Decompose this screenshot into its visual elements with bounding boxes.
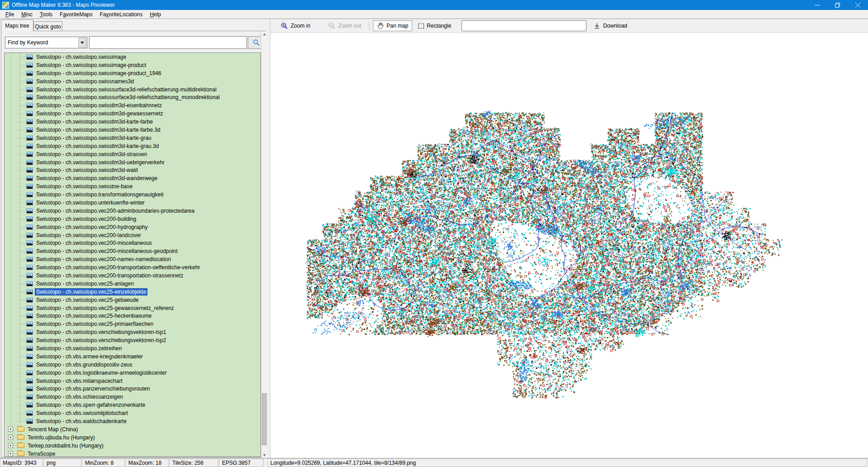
minimize-button[interactable] [807,0,827,10]
tree-folder[interactable]: TerraScope [5,450,260,457]
tree-item-label[interactable]: Swisstopo - ch.vbs.sperr-gefahrenzonenka… [35,401,146,409]
tree-item[interactable]: Swisstopo - ch.swisstopo.vec200-transpor… [5,272,260,280]
tree-item[interactable]: Swisstopo - ch.swisstopo.vec25-primaerfl… [5,320,260,328]
dropdown-arrow-button[interactable] [78,38,86,48]
tree-item-label[interactable]: Swisstopo - ch.vbs.schiessanzeigen [35,393,124,400]
menu-favoritelocations[interactable]: FavoriteLocations [96,10,146,19]
tree-item[interactable]: Swisstopo - ch.vbs.panzerverschiebungsro… [5,385,260,393]
tree-item-label[interactable]: Swisstopo - ch.vbs.panzerverschiebungsro… [35,385,151,392]
close-button[interactable] [848,0,868,10]
tree-item[interactable]: Swisstopo - ch.swisstopo.swisstlm3d-stra… [5,150,260,158]
tree-item[interactable]: Swisstopo - ch.vbs.grunddispositiv-zeus [5,361,260,369]
tree-item-label[interactable]: Swisstopo - ch.swisstopo.vec200-hydrogra… [35,224,149,231]
tree-item[interactable]: Swisstopo - ch.swisstopo.vec25-heckenbae… [5,312,260,320]
tree-item[interactable]: Swisstopo - ch.swisstopo.swisssurface3d-… [5,86,260,94]
tree-item[interactable]: Swisstopo - ch.swisstopo.zeitreihen [5,344,260,353]
scrollbar-thumb[interactable] [262,393,267,445]
tree-item-label[interactable]: Terkep.torokbalint.hu (Hungary) [26,442,105,449]
tree-item-label[interactable]: Swisstopo - ch.vbs.waldschadenkarte [35,418,128,425]
tree-item[interactable]: Swisstopo - ch.swisstopo.swisstlm3d-kart… [5,126,260,134]
tree-item[interactable]: Swisstopo - ch.swisstopo.swisstne-base [5,182,260,191]
tree-item[interactable]: Swisstopo - ch.swisstopo.swisssurface3d-… [5,93,260,101]
zoom-in-button[interactable]: Zoom in [277,20,314,31]
tree-item-label[interactable]: Swisstopo - ch.swisstopo.swissimage-prod… [35,62,147,69]
tree-item[interactable]: Swisstopo - ch.swisstopo.vec200-names-na… [5,255,260,263]
tree-item-label[interactable]: Terinfo.ujbuda.hu (Hungary) [26,434,96,441]
menu-misc[interactable]: Misc [18,10,36,19]
tree-item[interactable]: Swisstopo - ch.swisstopo.vec25-gebaeude [5,296,260,304]
tree-item[interactable]: Swisstopo - ch.swisstopo.vec25-anlagen [5,280,260,288]
tree-item-label[interactable]: Swisstopo - ch.swisstopo.vec200-transpor… [35,264,202,271]
tree-item-label[interactable]: Swisstopo - ch.swisstopo.swissimage-prod… [35,70,163,77]
tree-item[interactable]: Swisstopo - ch.vbs.sperr-gefahrenzonenka… [5,401,260,409]
tree-item-label[interactable]: Swisstopo - ch.swisstopo.swissnames3d [35,78,135,85]
tree-item-label[interactable]: TerraScope [26,450,57,457]
menu-tools[interactable]: Tools [36,10,56,19]
menu-help[interactable]: Help [146,10,165,19]
tree-item-label[interactable]: Swisstopo - ch.swisstopo.swisstlm3d-kart… [35,118,154,125]
tree-item-label[interactable]: Swisstopo - ch.swisstopo.swisssurface3d-… [35,94,221,101]
tree-item-label[interactable]: Swisstopo - ch.swisstopo.verschiebungsve… [35,329,167,336]
tree-item-label[interactable]: Swisstopo - ch.swisstopo.swissimage [35,53,127,61]
tree-folder[interactable]: Terkep.torokbalint.hu (Hungary) [5,442,260,450]
tree-item-label[interactable]: Swisstopo - ch.swisstopo.swisstlm3d-kart… [35,134,153,142]
tree-item-label[interactable]: Swisstopo - ch.swisstopo.swisstlm3d-uebr… [35,159,166,166]
tree-item-label[interactable]: Swisstopo - ch.vbs.armee-kriegsdenkmaele… [35,353,144,360]
tree-item-label[interactable]: Swisstopo - ch.vbs.swissmilpilotschart [35,410,129,417]
tree-item-label[interactable]: Swisstopo - ch.swisstopo.vec25-heckenbae… [35,312,153,319]
tree-item-label[interactable]: Tencent Map (China) [26,426,79,433]
tree-item[interactable]: Swisstopo - ch.swisstopo.swisstlm3d-kart… [5,142,260,150]
tree-item[interactable]: Swisstopo - ch.swisstopo.swisstlm3d-uebr… [5,158,260,167]
tree-item[interactable]: Swisstopo - ch.swisstopo.swisstlm3d-wald [5,166,260,174]
tree-vertical-scrollbar[interactable] [261,31,267,458]
expand-plus-icon[interactable] [8,427,13,432]
find-mode-dropdown[interactable]: Find by Keyword [5,37,87,48]
tree-item[interactable]: Swisstopo - ch.swisstopo.swissimage-prod… [5,69,260,77]
expand-plus-icon[interactable] [8,443,13,448]
tree-item-label[interactable]: Swisstopo - ch.vbs.logistikraeume-armeel… [35,369,168,376]
tree-item[interactable]: Swisstopo - ch.swisstopo.swisstlm3d-eise… [5,101,260,110]
menu-file[interactable]: File [2,10,18,19]
pan-map-button[interactable]: Pan map [373,20,412,31]
tree-item-label[interactable]: Swisstopo - ch.swisstopo.unterkuenfte-wi… [35,199,146,206]
tree-item-label[interactable]: Swisstopo - ch.swisstopo.vec25-primaerfl… [35,320,155,328]
tree-item[interactable]: Swisstopo - ch.swisstopo.vec200-miscella… [5,247,260,255]
tree-item[interactable]: Swisstopo - ch.swisstopo.vec200-miscella… [5,239,260,247]
menu-favoritemaps[interactable]: FavoriteMaps [56,10,96,19]
tree-item-label[interactable]: Swisstopo - ch.swisstopo.vec25-gewaesser… [35,305,175,312]
tree-item[interactable]: Swisstopo - ch.swisstopo.vec25-einzelobj… [5,288,260,296]
tree-item[interactable]: Swisstopo - ch.swisstopo.swisstlm3d-kart… [5,118,260,126]
tree-item-label[interactable]: Swisstopo - ch.swisstopo.vec200-miscella… [35,248,179,255]
tree-item-label[interactable]: Swisstopo - ch.swisstopo.vec200-names-na… [35,256,172,263]
search-input[interactable] [89,36,247,49]
tree-item[interactable]: Swisstopo - ch.vbs.armee-kriegsdenkmaele… [5,353,260,361]
coordinate-input[interactable] [462,20,586,31]
tree-item-label[interactable]: Swisstopo - ch.swisstopo.swisssurface3d-… [35,86,218,93]
tree-item[interactable]: Swisstopo - ch.vbs.milairspacechart [5,377,260,385]
tree-item[interactable]: Swisstopo - ch.swisstopo.vec25-gewaesser… [5,304,260,312]
tab-maps-tree[interactable]: Maps tree [1,19,33,31]
panel-splitter[interactable] [267,19,270,458]
tree-item[interactable]: Swisstopo - ch.vbs.logistikraeume-armeel… [5,369,260,377]
tree-item[interactable]: Swisstopo - ch.swisstopo.swissimage [5,53,260,61]
tree-item-label[interactable]: Swisstopo - ch.swisstopo.vec25-gebaeude [35,296,140,304]
map-viewport[interactable] [270,33,868,458]
tree-item-label[interactable]: Swisstopo - ch.swisstopo.swisstlm3d-stra… [35,151,148,158]
tree-item-label[interactable]: Swisstopo - ch.swisstopo.vec200-building [35,215,137,223]
tree-item-label[interactable]: Swisstopo - ch.swisstopo.transformations… [35,191,165,198]
tree-item-label-selected[interactable]: Swisstopo - ch.swisstopo.vec25-einzelobj… [35,288,147,295]
tree-item-label[interactable]: Swisstopo - ch.swisstopo.vec200-adminbou… [35,207,196,214]
tree-item[interactable]: Swisstopo - ch.swisstopo.verschiebungsve… [5,336,260,344]
zoom-out-button[interactable]: Zoom out [324,20,365,31]
tree-item[interactable]: Swisstopo - ch.swisstopo.unterkuenfte-wi… [5,199,260,207]
tree-item-label[interactable]: Swisstopo - ch.vbs.milairspacechart [35,377,124,385]
tree-item[interactable]: Swisstopo - ch.swisstopo.vec200-adminbou… [5,207,260,215]
expand-plus-icon[interactable] [8,451,13,456]
tree-item[interactable]: Swisstopo - ch.swisstopo.transformations… [5,191,260,199]
tree-item[interactable]: Swisstopo - ch.swisstopo.swissnames3d [5,77,260,86]
tree-item-label[interactable]: Swisstopo - ch.swisstopo.zeitreihen [35,345,123,352]
tree-item-label[interactable]: Swisstopo - ch.swisstopo.vec200-transpor… [35,272,184,279]
tree-item[interactable]: Swisstopo - ch.swisstopo.vec200-hydrogra… [5,223,260,231]
tree-item-label[interactable]: Swisstopo - ch.swisstopo.swisstlm3d-kart… [35,143,160,150]
tree-item-label[interactable]: Swisstopo - ch.swisstopo.swisstlm3d-eise… [35,102,163,109]
